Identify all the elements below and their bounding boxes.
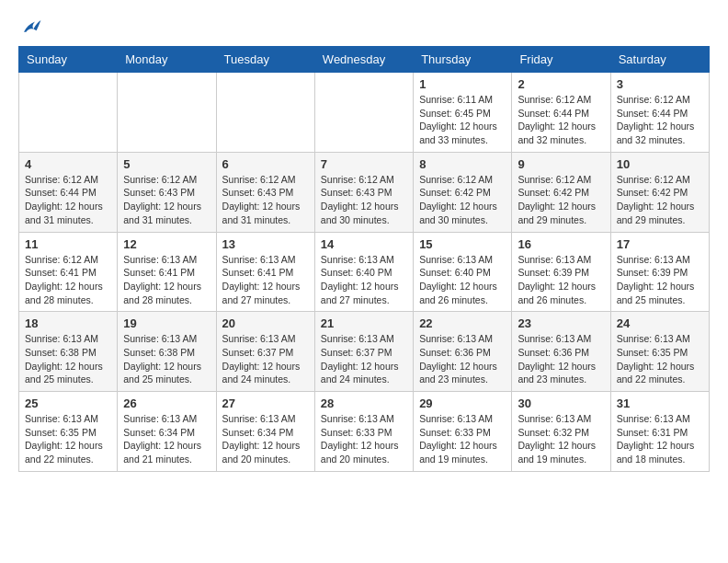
calendar-cell: 20Sunrise: 6:13 AMSunset: 6:37 PMDayligh… — [216, 312, 314, 392]
calendar-cell: 6Sunrise: 6:12 AMSunset: 6:43 PMDaylight… — [216, 152, 314, 232]
calendar-cell: 27Sunrise: 6:13 AMSunset: 6:34 PMDayligh… — [216, 392, 314, 472]
calendar-cell: 14Sunrise: 6:13 AMSunset: 6:40 PMDayligh… — [314, 232, 413, 312]
day-number: 18 — [25, 316, 111, 330]
day-number: 23 — [518, 316, 604, 330]
calendar-cell — [118, 73, 216, 153]
calendar-cell — [19, 73, 118, 153]
calendar-cell: 7Sunrise: 6:12 AMSunset: 6:43 PMDaylight… — [314, 152, 413, 232]
day-number: 17 — [617, 237, 703, 251]
day-info: Sunrise: 6:12 AMSunset: 6:44 PMDaylight:… — [25, 173, 111, 227]
day-number: 9 — [518, 157, 604, 171]
calendar-cell: 1Sunrise: 6:11 AMSunset: 6:45 PMDaylight… — [414, 73, 512, 153]
day-number: 27 — [222, 396, 309, 410]
calendar-cell: 28Sunrise: 6:13 AMSunset: 6:33 PMDayligh… — [314, 392, 413, 472]
day-info: Sunrise: 6:13 AMSunset: 6:33 PMDaylight:… — [321, 412, 407, 466]
calendar-cell: 2Sunrise: 6:12 AMSunset: 6:44 PMDaylight… — [512, 73, 610, 153]
day-header-thursday: Thursday — [414, 47, 512, 73]
day-header-wednesday: Wednesday — [314, 47, 413, 73]
day-info: Sunrise: 6:12 AMSunset: 6:42 PMDaylight:… — [617, 173, 703, 227]
day-info: Sunrise: 6:13 AMSunset: 6:41 PMDaylight:… — [222, 253, 309, 307]
day-info: Sunrise: 6:13 AMSunset: 6:38 PMDaylight:… — [123, 332, 210, 386]
day-info: Sunrise: 6:13 AMSunset: 6:38 PMDaylight:… — [25, 332, 111, 386]
day-info: Sunrise: 6:13 AMSunset: 6:36 PMDaylight:… — [419, 332, 506, 386]
calendar-cell: 13Sunrise: 6:13 AMSunset: 6:41 PMDayligh… — [216, 232, 314, 312]
day-header-saturday: Saturday — [610, 47, 709, 73]
calendar-cell: 5Sunrise: 6:12 AMSunset: 6:43 PMDaylight… — [118, 152, 216, 232]
calendar-cell: 24Sunrise: 6:13 AMSunset: 6:35 PMDayligh… — [610, 312, 709, 392]
calendar-cell: 23Sunrise: 6:13 AMSunset: 6:36 PMDayligh… — [512, 312, 610, 392]
day-number: 24 — [617, 316, 703, 330]
calendar-cell: 8Sunrise: 6:12 AMSunset: 6:42 PMDaylight… — [414, 152, 512, 232]
page-header — [18, 18, 710, 37]
day-info: Sunrise: 6:13 AMSunset: 6:37 PMDaylight:… — [222, 332, 309, 386]
day-info: Sunrise: 6:13 AMSunset: 6:39 PMDaylight:… — [617, 253, 703, 307]
logo — [18, 18, 42, 37]
day-number: 13 — [222, 237, 309, 251]
day-number: 11 — [25, 237, 111, 251]
day-number: 4 — [25, 157, 111, 171]
calendar-cell: 10Sunrise: 6:12 AMSunset: 6:42 PMDayligh… — [610, 152, 709, 232]
day-info: Sunrise: 6:12 AMSunset: 6:44 PMDaylight:… — [617, 93, 703, 147]
calendar-week-row: 25Sunrise: 6:13 AMSunset: 6:35 PMDayligh… — [19, 392, 710, 472]
calendar-cell: 31Sunrise: 6:13 AMSunset: 6:31 PMDayligh… — [610, 392, 709, 472]
calendar-cell: 15Sunrise: 6:13 AMSunset: 6:40 PMDayligh… — [414, 232, 512, 312]
day-number: 25 — [25, 396, 111, 410]
day-number: 30 — [518, 396, 604, 410]
day-info: Sunrise: 6:13 AMSunset: 6:34 PMDaylight:… — [123, 412, 210, 466]
day-number: 15 — [419, 237, 506, 251]
day-number: 14 — [321, 237, 407, 251]
calendar-cell: 9Sunrise: 6:12 AMSunset: 6:42 PMDaylight… — [512, 152, 610, 232]
calendar-cell: 25Sunrise: 6:13 AMSunset: 6:35 PMDayligh… — [19, 392, 118, 472]
day-info: Sunrise: 6:12 AMSunset: 6:43 PMDaylight:… — [123, 173, 210, 227]
day-number: 8 — [419, 157, 506, 171]
calendar-cell: 19Sunrise: 6:13 AMSunset: 6:38 PMDayligh… — [118, 312, 216, 392]
day-header-sunday: Sunday — [19, 47, 118, 73]
day-info: Sunrise: 6:12 AMSunset: 6:41 PMDaylight:… — [25, 253, 111, 307]
day-number: 10 — [617, 157, 703, 171]
day-number: 16 — [518, 237, 604, 251]
day-number: 20 — [222, 316, 309, 330]
day-number: 1 — [419, 77, 506, 91]
calendar-table: SundayMondayTuesdayWednesdayThursdayFrid… — [18, 46, 710, 472]
day-header-monday: Monday — [118, 47, 216, 73]
day-number: 22 — [419, 316, 506, 330]
day-info: Sunrise: 6:13 AMSunset: 6:37 PMDaylight:… — [321, 332, 407, 386]
calendar-cell: 12Sunrise: 6:13 AMSunset: 6:41 PMDayligh… — [118, 232, 216, 312]
calendar-week-row: 4Sunrise: 6:12 AMSunset: 6:44 PMDaylight… — [19, 152, 710, 232]
calendar-cell: 30Sunrise: 6:13 AMSunset: 6:32 PMDayligh… — [512, 392, 610, 472]
day-info: Sunrise: 6:13 AMSunset: 6:31 PMDaylight:… — [617, 412, 703, 466]
day-number: 21 — [321, 316, 407, 330]
day-info: Sunrise: 6:12 AMSunset: 6:43 PMDaylight:… — [321, 173, 407, 227]
day-info: Sunrise: 6:13 AMSunset: 6:36 PMDaylight:… — [518, 332, 604, 386]
calendar-week-row: 18Sunrise: 6:13 AMSunset: 6:38 PMDayligh… — [19, 312, 710, 392]
day-header-tuesday: Tuesday — [216, 47, 314, 73]
day-info: Sunrise: 6:12 AMSunset: 6:44 PMDaylight:… — [518, 93, 604, 147]
calendar-cell — [314, 73, 413, 153]
day-number: 26 — [123, 396, 210, 410]
day-info: Sunrise: 6:13 AMSunset: 6:35 PMDaylight:… — [25, 412, 111, 466]
day-info: Sunrise: 6:13 AMSunset: 6:40 PMDaylight:… — [419, 253, 506, 307]
day-info: Sunrise: 6:13 AMSunset: 6:39 PMDaylight:… — [518, 253, 604, 307]
day-number: 29 — [419, 396, 506, 410]
day-info: Sunrise: 6:13 AMSunset: 6:41 PMDaylight:… — [123, 253, 210, 307]
day-number: 7 — [321, 157, 407, 171]
calendar-cell: 11Sunrise: 6:12 AMSunset: 6:41 PMDayligh… — [19, 232, 118, 312]
calendar-week-row: 1Sunrise: 6:11 AMSunset: 6:45 PMDaylight… — [19, 73, 710, 153]
day-number: 2 — [518, 77, 604, 91]
calendar-header-row: SundayMondayTuesdayWednesdayThursdayFrid… — [19, 47, 710, 73]
logo-bird-icon — [20, 18, 42, 37]
day-info: Sunrise: 6:12 AMSunset: 6:42 PMDaylight:… — [518, 173, 604, 227]
day-info: Sunrise: 6:13 AMSunset: 6:35 PMDaylight:… — [617, 332, 703, 386]
day-info: Sunrise: 6:12 AMSunset: 6:42 PMDaylight:… — [419, 173, 506, 227]
calendar-week-row: 11Sunrise: 6:12 AMSunset: 6:41 PMDayligh… — [19, 232, 710, 312]
calendar-cell: 26Sunrise: 6:13 AMSunset: 6:34 PMDayligh… — [118, 392, 216, 472]
calendar-cell: 17Sunrise: 6:13 AMSunset: 6:39 PMDayligh… — [610, 232, 709, 312]
calendar-cell: 22Sunrise: 6:13 AMSunset: 6:36 PMDayligh… — [414, 312, 512, 392]
calendar-cell: 16Sunrise: 6:13 AMSunset: 6:39 PMDayligh… — [512, 232, 610, 312]
day-number: 6 — [222, 157, 309, 171]
day-number: 3 — [617, 77, 703, 91]
day-header-friday: Friday — [512, 47, 610, 73]
day-number: 12 — [123, 237, 210, 251]
day-number: 19 — [123, 316, 210, 330]
calendar-cell: 18Sunrise: 6:13 AMSunset: 6:38 PMDayligh… — [19, 312, 118, 392]
